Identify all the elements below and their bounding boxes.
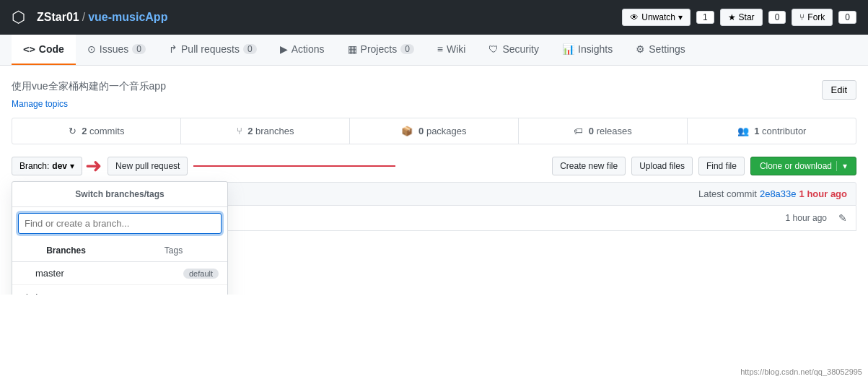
- unwatch-label: Unwatch: [641, 12, 675, 22]
- clone-label: Clone or download: [760, 161, 832, 171]
- tab-issues-label: Issues: [100, 43, 128, 55]
- header-actions: 👁 Unwatch ▾ 1 ★ Star 0 ⑂ Fork 0: [622, 9, 856, 26]
- toolbar-right-actions: Create new file Upload files Find file C…: [552, 157, 856, 175]
- create-new-file-button[interactable]: Create new file: [552, 157, 626, 175]
- branch-name: dev: [52, 161, 67, 171]
- file-time: 1 hour ago: [786, 213, 827, 223]
- default-badge: default: [183, 269, 219, 279]
- projects-icon: ▦: [348, 43, 357, 55]
- fork-label: Fork: [807, 12, 825, 22]
- path-separator: /: [82, 11, 85, 24]
- releases-stat[interactable]: 🏷 0 releases: [519, 118, 688, 144]
- branch-caret-icon: ▾: [70, 161, 74, 171]
- repo-path: ZStar01 / vue-musicApp: [37, 11, 167, 24]
- arrow-line: [193, 165, 395, 167]
- contributors-count: 1: [754, 126, 759, 136]
- commits-icon: ↻: [69, 126, 76, 136]
- github-logo-icon: ⬡: [12, 8, 25, 27]
- red-arrow-indicator: ➜: [85, 156, 102, 176]
- issues-badge: 0: [132, 44, 146, 54]
- clone-caret-icon: ▾: [836, 161, 847, 171]
- tab-settings[interactable]: ⚙ Settings: [624, 35, 697, 65]
- dropdown-search-area: [12, 207, 227, 240]
- releases-icon: 🏷: [574, 126, 583, 136]
- fork-icon: ⑂: [799, 12, 805, 22]
- dev-branch-name: dev: [32, 292, 48, 295]
- repo-link[interactable]: vue-musicApp: [88, 11, 167, 24]
- commit-info: Latest commit 2e8a33e 1 hour ago: [698, 188, 847, 199]
- settings-icon: ⚙: [636, 43, 645, 55]
- tab-insights[interactable]: 📊 Insights: [551, 35, 624, 65]
- wiki-icon: ≡: [437, 43, 443, 55]
- tab-pull-requests[interactable]: ↱ Pull requests 0: [157, 35, 268, 65]
- commits-stat[interactable]: ↻ 2 commits: [12, 118, 181, 144]
- tab-wiki-label: Wiki: [447, 43, 465, 55]
- tab-security[interactable]: 🛡 Security: [477, 35, 551, 65]
- branch-label: Branch:: [19, 161, 49, 171]
- new-pull-request-button[interactable]: New pull request: [108, 157, 188, 175]
- insights-icon: 📊: [562, 43, 574, 55]
- code-icon: <>: [23, 43, 35, 55]
- dropdown-header: Switch branches/tags: [12, 182, 227, 207]
- tab-projects-label: Projects: [361, 43, 398, 55]
- repo-nav: <> Code ⊙ Issues 0 ↱ Pull requests 0 ▶ A…: [0, 35, 868, 66]
- branch-item-dev[interactable]: ✓ dev: [12, 285, 227, 295]
- main-content: 使用vue全家桶构建的一个音乐app Manage topics Edit ↻ …: [0, 66, 868, 295]
- clone-or-download-button[interactable]: Clone or download ▾: [750, 157, 856, 175]
- packages-count: 0: [418, 126, 424, 136]
- tab-pr-label: Pull requests: [181, 43, 240, 55]
- fork-button[interactable]: ⑂ Fork: [792, 9, 833, 26]
- branch-item-master[interactable]: master default: [12, 262, 227, 285]
- releases-count: 0: [589, 126, 594, 136]
- tab-code[interactable]: <> Code: [12, 35, 76, 65]
- star-count: 0: [768, 11, 786, 24]
- check-icon: ✓: [21, 291, 30, 295]
- issues-icon: ⊙: [87, 43, 96, 55]
- tab-settings-label: Settings: [649, 43, 685, 55]
- branch-dropdown: Switch branches/tags Branches Tags maste…: [12, 181, 228, 295]
- pull-requests-icon: ↱: [169, 43, 177, 55]
- upload-files-button[interactable]: Upload files: [631, 157, 693, 175]
- branches-stat[interactable]: ⑂ 2 branches: [181, 118, 350, 144]
- find-file-button[interactable]: Find file: [698, 157, 745, 175]
- tab-wiki[interactable]: ≡ Wiki: [426, 35, 478, 65]
- packages-stat[interactable]: 📦 0 packages: [350, 118, 519, 144]
- branch-list: master default ✓ dev: [12, 262, 227, 295]
- tab-code-label: Code: [39, 43, 64, 55]
- fork-count: 0: [838, 11, 856, 24]
- actions-icon: ▶: [280, 43, 288, 55]
- packages-icon: 📦: [401, 126, 413, 136]
- tab-actions[interactable]: ▶ Actions: [268, 35, 336, 65]
- tab-security-label: Security: [502, 43, 539, 55]
- unwatch-count: 1: [696, 11, 714, 24]
- commit-time: 1 hour ago: [799, 188, 847, 199]
- contributors-stat[interactable]: 👥 1 contributor: [688, 118, 856, 144]
- star-button[interactable]: ★ Star: [720, 9, 763, 26]
- branches-icon: ⑂: [237, 126, 242, 136]
- tab-issues[interactable]: ⊙ Issues 0: [76, 35, 157, 65]
- branch-selector-button[interactable]: Branch: dev ▾: [12, 157, 82, 175]
- tab-projects[interactable]: ▦ Projects 0: [336, 35, 426, 65]
- tab-insights-label: Insights: [578, 43, 613, 55]
- manage-topics-link[interactable]: Manage topics: [12, 99, 68, 109]
- security-icon: 🛡: [488, 43, 499, 55]
- tags-tab[interactable]: Tags: [120, 240, 227, 261]
- stats-bar: ↻ 2 commits ⑂ 2 branches 📦 0 packages 🏷 …: [12, 118, 856, 144]
- branches-count: 2: [247, 126, 253, 136]
- edit-button[interactable]: Edit: [822, 80, 856, 100]
- unwatch-button[interactable]: 👁 Unwatch ▾: [622, 9, 691, 26]
- branches-tab[interactable]: Branches: [12, 240, 120, 261]
- star-icon: ★: [728, 12, 736, 22]
- star-label: Star: [739, 12, 755, 22]
- projects-badge: 0: [400, 44, 414, 54]
- contributors-icon: 👥: [737, 126, 749, 136]
- branch-selector-container: Branch: dev ▾ Switch branches/tags Branc…: [12, 157, 82, 175]
- owner-link[interactable]: ZStar01: [37, 11, 79, 24]
- dropdown-tabs-row: Branches Tags: [12, 240, 227, 262]
- branch-search-input[interactable]: [18, 213, 222, 234]
- latest-commit-label: Latest commit: [698, 188, 757, 199]
- repo-description: 使用vue全家桶构建的一个音乐app: [12, 80, 166, 93]
- commit-hash-link[interactable]: 2e8a33e: [760, 188, 797, 199]
- edit-file-button[interactable]: ✎: [838, 212, 847, 224]
- pr-badge: 0: [243, 44, 257, 54]
